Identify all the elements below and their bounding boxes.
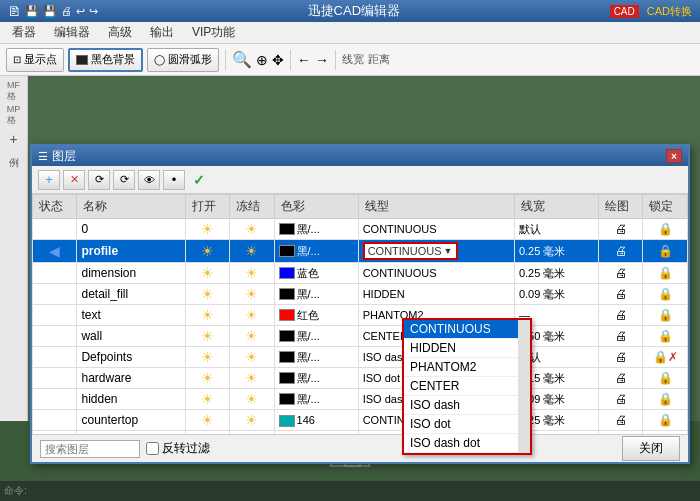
cell-name[interactable]: text — [77, 305, 185, 326]
arrow-left-icon[interactable]: ← — [297, 52, 311, 68]
menu-output[interactable]: 输出 — [142, 22, 182, 43]
cell-name[interactable]: 0 — [77, 219, 185, 240]
undo-icon[interactable]: ↩ — [76, 5, 85, 18]
cell-name[interactable]: hidden — [77, 389, 185, 410]
cell-lock[interactable]: 🔒 — [643, 305, 688, 326]
cell-lock[interactable]: 🔒✗ — [643, 347, 688, 368]
table-row[interactable]: wall☀☀黑/...CENTER0.50 毫米🖨🔒 — [33, 326, 688, 347]
dropdown-item-phantom2[interactable]: PHANTOM2 — [404, 358, 530, 377]
zoom-icon[interactable]: 🔍 — [232, 50, 252, 69]
cell-color[interactable]: 蓝色 — [274, 263, 358, 284]
dropdown-item-center[interactable]: CENTER — [404, 377, 530, 396]
cell-color[interactable]: 黑/... — [274, 326, 358, 347]
sidebar-tool-2[interactable]: MP格 — [3, 104, 25, 126]
cell-lock[interactable]: 🔒 — [643, 263, 688, 284]
cell-freeze[interactable]: ☀ — [230, 305, 274, 326]
table-row[interactable]: dimension☀☀蓝色CONTINUOUS0.25 毫米🖨🔒 — [33, 263, 688, 284]
cell-print[interactable]: 🖨 — [599, 240, 643, 263]
linetype-dropdown-btn[interactable]: CONTINUOUS▼ — [363, 242, 458, 260]
cell-open[interactable]: ☀ — [185, 263, 229, 284]
cell-color[interactable]: 黑/... — [274, 219, 358, 240]
save2-icon[interactable]: 💾 — [43, 5, 57, 18]
cell-name[interactable]: wall — [77, 326, 185, 347]
cell-print[interactable]: 🖨 — [599, 219, 643, 240]
show-points-btn[interactable]: ⊡ 显示点 — [6, 48, 64, 72]
cell-linetype[interactable]: CONTINUOUS — [358, 263, 514, 284]
cell-linetype[interactable]: CONTINUOUS — [358, 219, 514, 240]
linetype-dropdown[interactable]: CONTINUOUS HIDDEN PHANTOM2 CENTER ISO da… — [402, 318, 532, 455]
cell-name[interactable]: profile — [77, 240, 185, 263]
cell-freeze[interactable]: ☀ — [230, 284, 274, 305]
dot-btn[interactable]: • — [163, 170, 185, 190]
cell-name[interactable]: Defpoints — [77, 347, 185, 368]
cell-name[interactable]: detail_fill — [77, 284, 185, 305]
menu-editor[interactable]: 编辑器 — [46, 22, 98, 43]
cell-open[interactable]: ☀ — [185, 326, 229, 347]
arrow-right-icon[interactable]: → — [315, 52, 329, 68]
dropdown-item-isodot[interactable]: ISO dot — [404, 415, 530, 434]
table-row[interactable]: 0☀☀黑/...CONTINUOUS默认🖨🔒 — [33, 219, 688, 240]
cell-lock[interactable]: 🔒 — [643, 368, 688, 389]
table-row[interactable]: countertop☀☀146CONTINUOUS0.25 毫米🖨🔒 — [33, 410, 688, 431]
cell-open[interactable]: ☀ — [185, 219, 229, 240]
dropdown-item-isodashdot[interactable]: ISO dash dot — [404, 434, 530, 453]
search-input[interactable] — [40, 440, 140, 458]
dropdown-item-continuous[interactable]: CONTINUOUS — [404, 320, 530, 339]
sidebar-tool-3[interactable]: + — [3, 128, 25, 150]
cell-lock[interactable]: 🔒 — [643, 326, 688, 347]
dropdown-item-isodash[interactable]: ISO dash — [404, 396, 530, 415]
print-title-icon[interactable]: 🖨 — [61, 5, 72, 18]
cell-freeze[interactable]: ☀ — [230, 240, 274, 263]
cell-open[interactable]: ☀ — [185, 389, 229, 410]
sidebar-tool-1[interactable]: MF格 — [3, 80, 25, 102]
cell-freeze[interactable]: ☀ — [230, 410, 274, 431]
dropdown-scrollbar[interactable] — [518, 320, 530, 453]
table-row[interactable]: Defpoints☀☀黑/...ISO dash默认🖨🔒✗ — [33, 347, 688, 368]
cell-freeze[interactable]: ☀ — [230, 219, 274, 240]
eye-btn[interactable]: 👁 — [138, 170, 160, 190]
cell-lock[interactable]: 🔒 — [643, 219, 688, 240]
smooth-arc-btn[interactable]: ◯ 圆滑弧形 — [147, 48, 219, 72]
cell-name[interactable]: dimension — [77, 263, 185, 284]
cell-open[interactable]: ☀ — [185, 410, 229, 431]
cell-freeze[interactable]: ☀ — [230, 326, 274, 347]
cell-name[interactable]: hardware — [77, 368, 185, 389]
dialog-close-btn[interactable]: × — [666, 149, 682, 163]
sidebar-tool-4[interactable]: 例 — [3, 152, 25, 174]
cell-color[interactable]: 黑/... — [274, 389, 358, 410]
cell-lock[interactable]: 🔒 — [643, 410, 688, 431]
cell-linetype[interactable]: CONTINUOUS▼ — [358, 240, 514, 263]
cell-print[interactable]: 🖨 — [599, 389, 643, 410]
cell-color[interactable]: 黑/... — [274, 240, 358, 263]
cell-open[interactable]: ☀ — [185, 368, 229, 389]
cell-color[interactable]: 黑/... — [274, 347, 358, 368]
pan-icon[interactable]: ✥ — [272, 52, 284, 68]
cell-color[interactable]: 黑/... — [274, 368, 358, 389]
cell-open[interactable]: ☀ — [185, 240, 229, 263]
cell-open[interactable]: ☀ — [185, 284, 229, 305]
cell-open[interactable]: ☀ — [185, 305, 229, 326]
filter-checkbox[interactable]: 反转过滤 — [146, 440, 210, 457]
cell-freeze[interactable]: ☀ — [230, 347, 274, 368]
check-btn[interactable]: ✓ — [188, 170, 210, 190]
table-row[interactable]: hidden☀☀黑/...ISO dash dot0.09 毫米🖨🔒 — [33, 389, 688, 410]
table-row[interactable]: ◀profile☀☀黑/...CONTINUOUS▼0.25 毫米🖨🔒 — [33, 240, 688, 263]
cell-print[interactable]: 🖨 — [599, 410, 643, 431]
dropdown-item-hidden[interactable]: HIDDEN — [404, 339, 530, 358]
zoom2-icon[interactable]: ⊕ — [256, 52, 268, 68]
table-row[interactable]: hardware☀☀黑/...ISO dot0.15 毫米🖨🔒 — [33, 368, 688, 389]
save-icon[interactable]: 💾 — [25, 5, 39, 18]
cell-print[interactable]: 🖨 — [599, 305, 643, 326]
filter-checkbox-input[interactable] — [146, 442, 159, 455]
cell-print[interactable]: 🖨 — [599, 263, 643, 284]
close-button[interactable]: 关闭 — [622, 436, 680, 461]
cell-freeze[interactable]: ☀ — [230, 368, 274, 389]
menu-advanced[interactable]: 高级 — [100, 22, 140, 43]
cell-print[interactable]: 🖨 — [599, 347, 643, 368]
menu-vip[interactable]: VIP功能 — [184, 22, 243, 43]
cell-freeze[interactable]: ☀ — [230, 263, 274, 284]
cell-open[interactable]: ☀ — [185, 347, 229, 368]
cell-color[interactable]: 146 — [274, 410, 358, 431]
redo-icon[interactable]: ↪ — [89, 5, 98, 18]
table-row[interactable]: text☀☀红色PHANTOM2—🖨🔒 — [33, 305, 688, 326]
